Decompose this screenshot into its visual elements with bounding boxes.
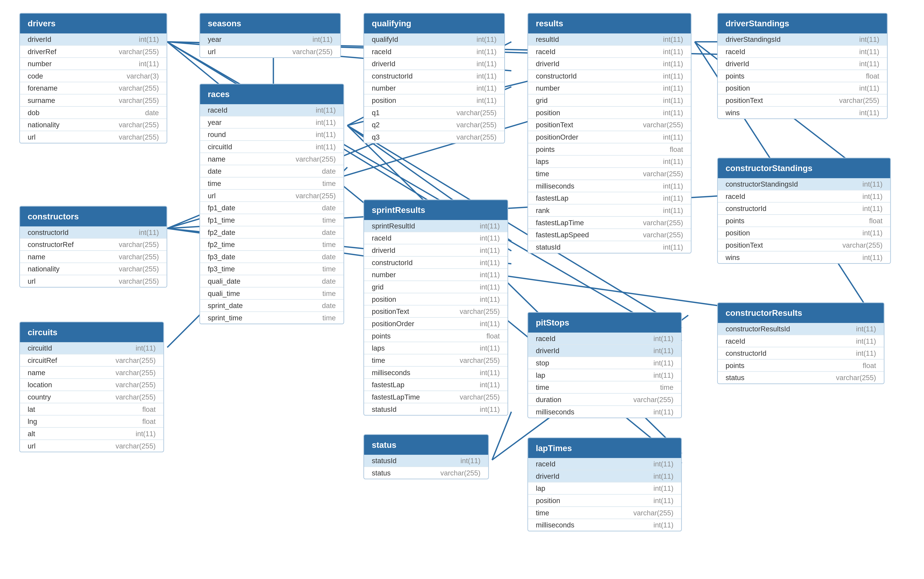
table-row: rankint(11)	[528, 204, 691, 217]
table-row: driverRefvarchar(255)	[20, 46, 167, 58]
table-row: lngfloat	[20, 416, 163, 428]
table-row: constructorIdint(11)	[20, 227, 167, 239]
table-row: raceIdint(11)	[200, 104, 343, 116]
table-row: quali_datedate	[200, 275, 343, 288]
table-row: millisecondsint(11)	[528, 406, 681, 418]
table-results-header: results	[528, 13, 691, 33]
table-pitStops-header: pitStops	[528, 312, 681, 332]
table-row: raceIdint(11)	[528, 458, 681, 470]
table-status-header: status	[364, 435, 488, 455]
table-row: winsint(11)	[718, 107, 887, 118]
table-row: timevarchar(255)	[528, 168, 691, 180]
table-row: pointsfloat	[528, 144, 691, 156]
table-drivers: drivers driverIdint(11) driverRefvarchar…	[19, 13, 167, 144]
svg-line-19	[492, 412, 511, 460]
table-row: millisecondsint(11)	[528, 180, 691, 192]
table-row: sprintResultIdint(11)	[364, 220, 508, 232]
table-row: driverIdint(11)	[364, 58, 504, 70]
table-row: positionTextvarchar(255)	[364, 306, 508, 318]
table-row: raceIdint(11)	[364, 232, 508, 245]
table-row: fastestLapint(11)	[528, 192, 691, 205]
table-row: raceIdint(11)	[718, 46, 887, 58]
table-row: timevarchar(255)	[364, 355, 508, 367]
table-row: constructorRefvarchar(255)	[20, 239, 167, 251]
table-row: fp1_datedate	[200, 202, 343, 214]
table-row: driverStandingsIdint(11)	[718, 33, 887, 46]
table-qualifying-header: qualifying	[364, 13, 504, 33]
table-row: urlvarchar(255)	[20, 440, 163, 452]
table-row: stopint(11)	[528, 357, 681, 369]
table-row: durationvarchar(255)	[528, 394, 681, 406]
table-row: datedate	[200, 165, 343, 178]
table-constructorStandings-header: constructorStandings	[718, 158, 890, 178]
table-row: timevarchar(255)	[528, 507, 681, 519]
table-row: timetime	[528, 381, 681, 394]
table-row: positionint(11)	[718, 227, 890, 239]
table-races-header: races	[200, 84, 343, 104]
table-row: fp3_timetime	[200, 263, 343, 275]
table-row: lapsint(11)	[528, 156, 691, 168]
table-row: positionint(11)	[364, 95, 504, 107]
table-sprintResults-header: sprintResults	[364, 200, 508, 220]
table-driverStandings: driverStandings driverStandingsIdint(11)…	[717, 13, 888, 119]
table-row: nationalityvarchar(255)	[20, 119, 167, 131]
table-row: raceIdint(11)	[718, 190, 890, 203]
table-lapTimes-header: lapTimes	[528, 438, 681, 458]
table-row: fastestLapTimevarchar(255)	[528, 217, 691, 229]
table-row: driverIdint(11)	[528, 470, 681, 483]
table-row: q3varchar(255)	[364, 131, 504, 143]
table-row: driverIdint(11)	[364, 244, 508, 257]
table-row: circuitIdint(11)	[20, 342, 163, 355]
table-row: namevarchar(255)	[20, 251, 167, 263]
table-row: nationalityvarchar(255)	[20, 263, 167, 275]
table-seasons: seasons yearint(11) urlvarchar(255)	[199, 13, 341, 58]
table-row: q2varchar(255)	[364, 119, 504, 131]
table-row: positionTextvarchar(255)	[718, 95, 887, 107]
table-circuits: circuits circuitIdint(11) circuitRefvarc…	[19, 322, 164, 452]
table-row: driverIdint(11)	[528, 58, 691, 70]
table-lapTimes: lapTimes raceIdint(11) driverIdint(11) l…	[527, 437, 682, 532]
table-pitStops: pitStops raceIdint(11) driverIdint(11) s…	[527, 312, 682, 418]
table-row: gridint(11)	[528, 95, 691, 107]
table-row: positionTextvarchar(255)	[718, 239, 890, 252]
table-races: races raceIdint(11) yearint(11) roundint…	[199, 84, 344, 324]
table-row: resultIdint(11)	[528, 33, 691, 46]
table-row: numberint(11)	[528, 82, 691, 95]
table-row: yearint(11)	[200, 33, 340, 46]
table-row: lapint(11)	[528, 483, 681, 495]
table-constructors: constructors constructorIdint(11) constr…	[19, 206, 167, 288]
table-row: constructorIdint(11)	[528, 70, 691, 82]
table-row: constructorIdint(11)	[718, 203, 890, 215]
table-row: urlvarchar(255)	[20, 131, 167, 143]
table-row: roundint(11)	[200, 129, 343, 141]
table-row: raceIdint(11)	[364, 46, 504, 58]
table-row: millisecondsint(11)	[364, 367, 508, 379]
table-row: raceIdint(11)	[718, 335, 884, 348]
table-row: sprint_timetime	[200, 312, 343, 324]
table-row: fp1_timetime	[200, 214, 343, 227]
table-row: yearint(11)	[200, 116, 343, 129]
table-row: constructorIdint(11)	[364, 70, 504, 82]
table-row: altint(11)	[20, 428, 163, 440]
table-row: fastestLapint(11)	[364, 379, 508, 391]
table-constructorResults: constructorResults constructorResultsIdi…	[717, 303, 884, 384]
table-row: quali_timetime	[200, 288, 343, 300]
table-row: statusIdint(11)	[528, 241, 691, 253]
canvas: drivers driverIdint(11) driverRefvarchar…	[0, 0, 924, 579]
table-row: pointsfloat	[718, 360, 884, 372]
table-row: positionint(11)	[528, 495, 681, 507]
table-row: qualifyIdint(11)	[364, 33, 504, 46]
table-status: status statusIdint(11) statusvarchar(255…	[363, 434, 489, 479]
table-row: constructorIdint(11)	[364, 257, 508, 269]
table-row: positionint(11)	[528, 107, 691, 119]
table-row: namevarchar(255)	[200, 153, 343, 165]
table-row: urlvarchar(255)	[200, 190, 343, 202]
table-row: gridint(11)	[364, 281, 508, 293]
table-row: positionOrderint(11)	[364, 318, 508, 330]
table-row: statusvarchar(255)	[718, 372, 884, 384]
table-row: positionOrderint(11)	[528, 131, 691, 144]
table-row: q1varchar(255)	[364, 107, 504, 119]
table-row: lapsint(11)	[364, 342, 508, 355]
table-row: pointsfloat	[364, 330, 508, 342]
table-row: timetime	[200, 178, 343, 190]
